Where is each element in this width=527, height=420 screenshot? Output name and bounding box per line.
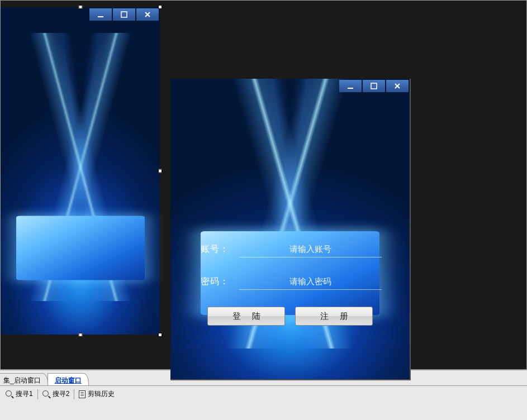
resize-handle-right[interactable] bbox=[158, 169, 162, 173]
svg-rect-1 bbox=[121, 12, 127, 17]
maximize-button[interactable] bbox=[113, 8, 135, 21]
runtime-titlebar bbox=[338, 79, 410, 94]
minimize-icon bbox=[347, 83, 354, 89]
account-input[interactable] bbox=[239, 241, 382, 257]
tab-startup-window[interactable]: 启动窗口 bbox=[48, 373, 89, 385]
maximize-icon bbox=[121, 11, 127, 18]
search2-button[interactable]: 搜寻2 bbox=[39, 388, 73, 400]
search1-button[interactable]: 搜寻1 bbox=[2, 388, 36, 400]
clipboard-history-button[interactable]: 剪辑历史 bbox=[75, 388, 118, 400]
search1-label: 搜寻1 bbox=[16, 389, 33, 399]
maximize-icon bbox=[371, 83, 377, 89]
svg-rect-2 bbox=[348, 88, 353, 89]
design-window[interactable] bbox=[1, 7, 160, 335]
close-button[interactable] bbox=[386, 80, 409, 92]
design-titlebar bbox=[88, 7, 160, 23]
minimize-icon bbox=[97, 11, 104, 18]
ide-frame: 账号： 密码： 登陆 注册 集_启动窗口 启动窗 bbox=[0, 0, 527, 420]
status-bar: 搜寻1 搜寻2 剪辑历史 bbox=[0, 385, 527, 402]
resize-handle-bottom[interactable] bbox=[78, 333, 82, 337]
resize-handle-bottom-right[interactable] bbox=[158, 333, 162, 337]
runtime-window[interactable]: 账号： 密码： 登陆 注册 bbox=[170, 79, 411, 380]
resize-handle-top-right[interactable] bbox=[158, 5, 162, 9]
register-button[interactable]: 注册 bbox=[295, 307, 373, 326]
search-icon bbox=[6, 390, 13, 398]
login-form: 账号： 密码： 登陆 注册 bbox=[198, 241, 382, 326]
resize-handle-top[interactable] bbox=[78, 5, 82, 9]
password-label: 密码： bbox=[198, 276, 229, 288]
account-label: 账号： bbox=[198, 244, 229, 255]
separator bbox=[37, 389, 38, 399]
clipboard-history-label: 剪辑历史 bbox=[88, 389, 115, 399]
tab-collection-startup-window[interactable]: 集_启动窗口 bbox=[0, 373, 48, 385]
search2-label: 搜寻2 bbox=[53, 389, 70, 399]
close-button[interactable] bbox=[136, 8, 159, 21]
close-icon bbox=[394, 83, 401, 89]
button-row: 登陆 注册 bbox=[198, 307, 382, 326]
password-row: 密码： bbox=[198, 273, 382, 290]
svg-rect-3 bbox=[371, 83, 377, 89]
account-row: 账号： bbox=[198, 241, 382, 257]
search-icon bbox=[42, 390, 50, 398]
maximize-button[interactable] bbox=[363, 80, 385, 92]
password-input[interactable] bbox=[239, 273, 382, 290]
close-icon bbox=[144, 11, 151, 18]
separator bbox=[74, 389, 74, 399]
minimize-button[interactable] bbox=[339, 80, 362, 92]
document-icon bbox=[79, 390, 86, 398]
login-button[interactable]: 登陆 bbox=[207, 307, 285, 326]
minimize-button[interactable] bbox=[89, 8, 112, 21]
svg-rect-0 bbox=[98, 16, 103, 17]
design-canvas: 账号： 密码： 登陆 注册 bbox=[0, 0, 527, 370]
